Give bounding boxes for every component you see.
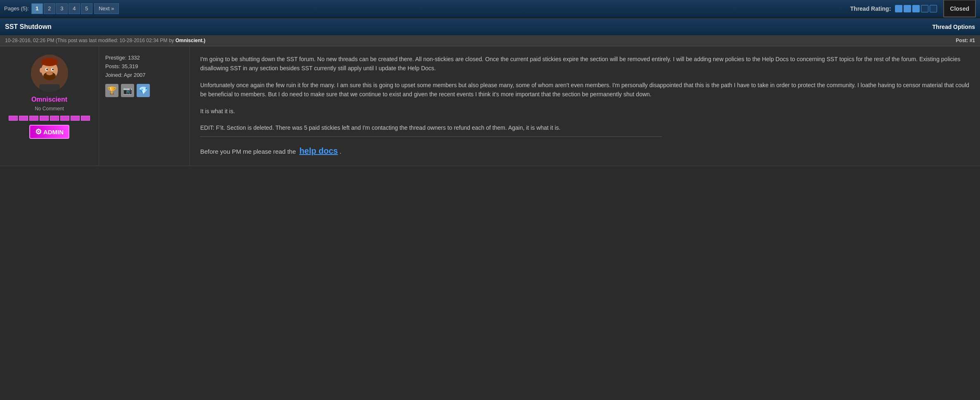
post-paragraph-1: I'm going to be shutting down the SST fo… [200, 55, 970, 73]
post-date: 10-28-2016, 02:26 PM [5, 38, 54, 43]
page-4[interactable]: 4 [69, 3, 80, 14]
user-sidebar: Omniscient No Comment ⚙ ADMIN [0, 46, 99, 166]
post-content: I'm going to be shutting down the SST fo… [190, 46, 980, 166]
rep-bar-5 [50, 116, 59, 121]
thread-title-bar: SST Shutdown Thread Options [0, 19, 980, 35]
post-paragraph-3: It is what it is. [200, 107, 970, 116]
thread-options-button[interactable]: Thread Options [933, 24, 975, 30]
rep-bar-4 [40, 116, 49, 121]
pages-label: Pages (5): [4, 5, 29, 12]
rep-bar-2 [19, 116, 28, 121]
post-modified-text: (This post was last modified: 10-28-2016… [56, 38, 174, 43]
rep-bar-6 [60, 116, 69, 121]
prestige-stat: Prestige: 1332 [105, 55, 183, 61]
top-bar: Pages (5): 1 2 3 4 5 Next » Thread Ratin… [0, 0, 980, 18]
page-3[interactable]: 3 [56, 3, 68, 14]
user-title: No Comment [35, 106, 64, 112]
post-number: Post: #1 [956, 38, 975, 43]
thread-rating-section: Thread Rating: [850, 5, 937, 12]
rep-bars [9, 116, 90, 121]
rep-bar-1 [9, 116, 18, 121]
thread-rating-label: Thread Rating: [850, 5, 891, 12]
user-icon-trophy: 🏆 [105, 84, 118, 97]
svg-point-8 [52, 69, 54, 70]
star-4 [921, 5, 928, 12]
post-modified-by: Omniscient.) [175, 38, 206, 43]
post-area: Omniscient No Comment ⚙ ADMIN Prestige: … [0, 46, 980, 166]
svg-point-4 [40, 68, 43, 73]
rep-bar-3 [29, 116, 38, 121]
user-stats: Prestige: 1332 Posts: 35,319 Joined: Apr… [99, 46, 190, 166]
pagination: 1 2 3 4 5 Next » [31, 3, 119, 14]
user-icons: 🏆 📷 💎 [105, 84, 183, 97]
joined-stat: Joined: Apr 2007 [105, 72, 183, 78]
star-3 [912, 5, 920, 12]
star-5 [930, 5, 937, 12]
page-1[interactable]: 1 [31, 3, 43, 14]
edit-note: EDIT: F'it. Section is deleted. There wa… [200, 123, 970, 137]
svg-point-7 [46, 69, 48, 70]
star-2 [904, 5, 911, 12]
svg-point-11 [48, 71, 51, 73]
signature-text: Before you PM me please read the [200, 148, 296, 155]
rep-bar-8 [81, 116, 90, 121]
username[interactable]: Omniscient [31, 96, 67, 103]
page-5[interactable]: 5 [81, 3, 92, 14]
star-1 [895, 5, 902, 12]
post-meta-bar: 10-28-2016, 02:26 PM (This post was last… [0, 35, 980, 46]
admin-badge-label: ADMIN [43, 129, 64, 136]
help-docs-link[interactable]: help docs [299, 146, 338, 155]
user-icon-camera: 📷 [121, 84, 134, 97]
rep-bar-7 [71, 116, 80, 121]
admin-badge: ⚙ ADMIN [29, 125, 69, 139]
signature: Before you PM me please read the help do… [200, 144, 970, 157]
next-button[interactable]: Next » [94, 3, 119, 14]
signature-divider [200, 136, 662, 137]
closed-badge: Closed [943, 0, 976, 17]
page-2[interactable]: 2 [44, 3, 55, 14]
rating-stars [895, 5, 937, 12]
post-paragraph-2: Unfortunately once again the few ruin it… [200, 81, 970, 99]
avatar [31, 55, 68, 92]
thread-title: SST Shutdown [5, 23, 52, 31]
svg-rect-3 [41, 61, 58, 65]
posts-stat: Posts: 35,319 [105, 63, 183, 69]
admin-badge-icon: ⚙ [35, 127, 42, 136]
user-icon-gem: 💎 [137, 84, 150, 97]
svg-rect-12 [39, 84, 60, 92]
edit-note-text: EDIT: F'it. Section is deleted. There wa… [200, 124, 561, 131]
signature-end: . [340, 148, 341, 155]
